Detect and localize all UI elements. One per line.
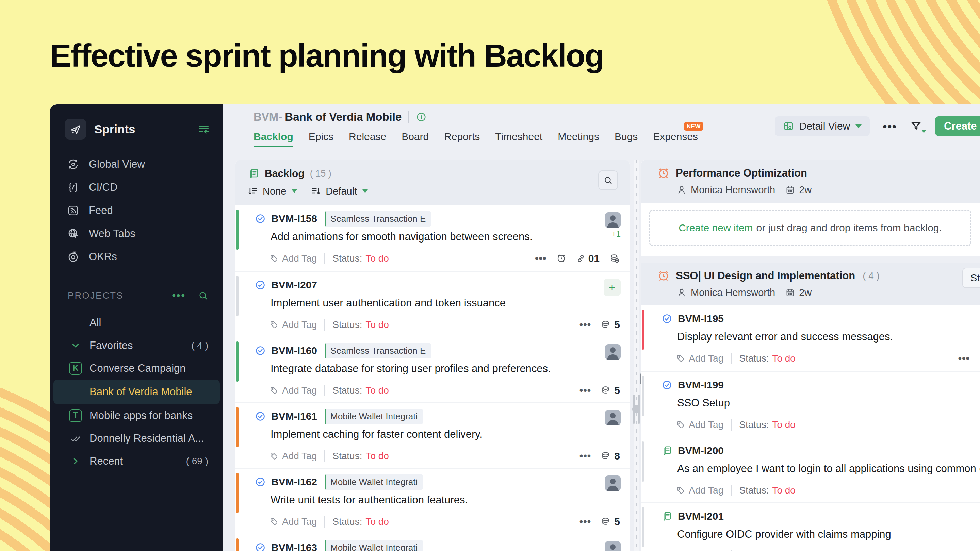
backlog-item[interactable]: BVM-I161 Mobile Wallet Integrati Impleme… — [235, 402, 630, 468]
points[interactable]: 5 — [601, 516, 620, 527]
collapse-sidebar-icon[interactable] — [197, 123, 210, 136]
item-more-button[interactable]: ••• — [579, 450, 592, 462]
item-title[interactable]: Integrate database for storing user prof… — [270, 362, 589, 375]
project-item-donnelly-residential[interactable]: Donnelly Residential A... — [50, 427, 223, 449]
sidebar-item-global-view[interactable]: Global View — [50, 153, 223, 176]
sprint-dropzone[interactable]: Create new item or just drag and drop it… — [649, 210, 971, 246]
add-tag-button[interactable]: Add Tag — [282, 516, 317, 527]
points[interactable]: 5 — [601, 319, 620, 330]
tab[interactable]: Backlog — [253, 131, 293, 143]
sort-default-dropdown[interactable]: Default — [326, 186, 357, 197]
sprint-item[interactable]: BVM-I195 Display relevant error and succ… — [641, 305, 980, 371]
item-title[interactable]: As an employee I want to login to all ap… — [677, 462, 980, 475]
item-title[interactable]: Configure OIDC provider with claims mapp… — [677, 528, 980, 540]
add-to-sprint-button[interactable]: + — [604, 279, 620, 296]
sidebar-item-cicd[interactable]: CI/CD — [50, 176, 223, 199]
sidebar-item-okrs[interactable]: OKRs — [50, 245, 223, 268]
sidebar-item-web-tabs[interactable]: Web Tabs — [50, 222, 223, 245]
epic-tag-chip[interactable]: Mobile Wallet Integrati — [325, 540, 423, 551]
item-title[interactable]: Implement caching for faster content del… — [270, 428, 589, 440]
epic-tag-chip[interactable]: Mobile Wallet Integrati — [325, 409, 423, 424]
tab[interactable]: Timesheet — [495, 131, 542, 143]
tab[interactable]: Meetings — [558, 131, 599, 143]
reminder-icon[interactable] — [556, 253, 566, 264]
start-sprint-button[interactable]: St — [962, 268, 980, 288]
tab[interactable]: Epics — [309, 131, 334, 143]
avatar[interactable] — [605, 344, 620, 360]
panel-divider[interactable] — [633, 160, 639, 551]
status-value[interactable]: To do — [366, 253, 389, 264]
item-more-button[interactable]: ••• — [579, 319, 592, 330]
status-value[interactable]: To do — [772, 485, 795, 496]
points-icon — [601, 451, 611, 462]
tab[interactable]: Release — [349, 131, 386, 143]
item-more-button[interactable]: ••• — [958, 353, 970, 364]
add-tag-button[interactable]: Add Tag — [282, 451, 317, 462]
backlog-item[interactable]: BVM-I163 Mobile Wallet Integrati — [235, 534, 630, 551]
add-tag-button[interactable]: Add Tag — [282, 385, 317, 396]
project-item-recent[interactable]: Recent ( 69 ) — [50, 449, 223, 472]
item-title[interactable]: Write unit tests for authentication feat… — [270, 494, 589, 506]
item-title[interactable]: SSO Setup — [677, 397, 980, 409]
status-value[interactable]: To do — [366, 385, 389, 396]
item-title[interactable]: Add animations for smooth navigation bet… — [270, 230, 589, 243]
project-item-all[interactable]: All — [50, 311, 223, 334]
avatar[interactable] — [605, 410, 620, 426]
backlog-item[interactable]: BVM-I160 Seamless Transaction E Integrat… — [235, 337, 630, 402]
tab[interactable]: Board — [401, 131, 429, 143]
filter-button[interactable] — [910, 120, 922, 132]
item-title[interactable]: Implement user authentication and token … — [270, 297, 589, 309]
sort-none-dropdown[interactable]: None — [263, 186, 286, 197]
epic-tag-chip[interactable]: Mobile Wallet Integrati — [325, 475, 423, 490]
backlog-item[interactable]: BVM-I162 Mobile Wallet Integrati Write u… — [235, 468, 630, 534]
sprint-duration: 2w — [799, 287, 811, 298]
avatar-overflow-count[interactable]: +1 — [611, 229, 620, 239]
epic-tag-chip[interactable]: Seamless Transaction E — [325, 211, 431, 227]
backlog-item[interactable]: BVM-I207 Implement user authentication a… — [235, 271, 630, 337]
project-item-mobile-apps-for-banks[interactable]: T Mobile apps for banks — [50, 404, 223, 427]
item-more-button[interactable]: ••• — [579, 516, 592, 527]
info-icon[interactable] — [416, 111, 427, 122]
item-more-button[interactable]: ••• — [579, 385, 592, 396]
more-options-button[interactable]: ••• — [883, 120, 897, 133]
project-item-bank-of-verdia-mobile[interactable]: Bank of Verdia Mobile — [53, 380, 220, 404]
status-value[interactable]: To do — [366, 451, 389, 462]
add-tag-button[interactable]: Add Tag — [689, 353, 724, 364]
add-tag-button[interactable]: Add Tag — [282, 253, 317, 264]
item-more-button[interactable]: ••• — [535, 253, 547, 264]
points[interactable]: 8 — [601, 450, 620, 462]
create-button[interactable]: Create — [935, 116, 980, 136]
tab[interactable]: Bugs — [614, 131, 638, 143]
project-item-favorites[interactable]: Favorites ( 4 ) — [50, 334, 223, 357]
status-value[interactable]: To do — [772, 353, 795, 364]
add-tag-button[interactable]: Add Tag — [689, 419, 724, 430]
backlog-item[interactable]: BVM-I158 Seamless Transaction E Add anim… — [235, 205, 630, 271]
points[interactable]: 5 — [601, 385, 620, 396]
link-count[interactable]: 01 — [576, 253, 600, 264]
priority-stripe — [236, 538, 239, 551]
add-tag-button[interactable]: Add Tag — [282, 319, 317, 330]
sprint-item[interactable]: BVM-I201 Configure OIDC provider with cl… — [641, 502, 980, 551]
tab[interactable]: Reports — [444, 131, 480, 143]
sprints-logo[interactable] — [65, 119, 86, 140]
status-value[interactable]: To do — [772, 419, 795, 430]
backlog-search-button[interactable] — [598, 170, 618, 190]
projects-more-button[interactable]: ••• — [172, 290, 186, 301]
epic-tag-chip[interactable]: Seamless Transaction E — [325, 343, 431, 359]
add-tag-button[interactable]: Add Tag — [689, 485, 724, 496]
avatar[interactable] — [605, 475, 620, 491]
sprint-item[interactable]: BVM-I200 As an employee I want to login … — [641, 437, 980, 502]
points[interactable] — [609, 253, 620, 264]
sprint-item[interactable]: BVM-I199 SSO Setup Add Tag Status: To do — [641, 371, 980, 437]
sidebar-item-feed[interactable]: Feed — [50, 199, 223, 222]
projects-search-icon[interactable] — [198, 291, 208, 301]
detail-view-button[interactable]: Detail View — [775, 116, 870, 136]
create-new-item-link[interactable]: Create new item — [679, 222, 753, 233]
tab[interactable]: Expenses NEW — [653, 131, 698, 143]
avatar[interactable] — [605, 541, 620, 551]
item-title[interactable]: Display relevant error and success messa… — [677, 330, 980, 343]
project-item-converse-campaign[interactable]: K Converse Campaign — [50, 357, 223, 380]
avatar[interactable] — [605, 212, 620, 228]
status-value[interactable]: To do — [366, 319, 389, 330]
status-value[interactable]: To do — [366, 516, 389, 527]
